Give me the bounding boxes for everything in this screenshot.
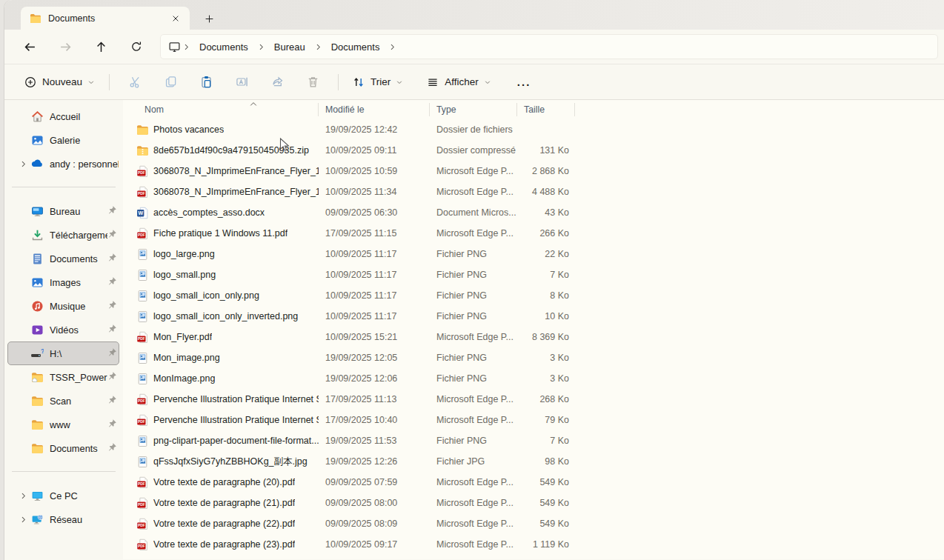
pin-icon xyxy=(107,299,117,313)
tab-documents[interactable]: Documents xyxy=(21,7,190,30)
table-row[interactable]: logo_small.png10/09/2025 11:17Fichier PN… xyxy=(123,264,944,285)
refresh-button[interactable] xyxy=(123,34,150,59)
sidebar-item-images[interactable]: Images xyxy=(7,270,119,294)
sidebar-item-andy-personnel[interactable]: andy : personnel xyxy=(7,152,119,176)
table-row[interactable]: PDFVotre texte de paragraphe (20).pdf09/… xyxy=(123,472,944,493)
cut-button[interactable] xyxy=(122,70,147,95)
column-header-modifi-le[interactable]: Modifié le xyxy=(319,103,430,116)
file-name: logo_small_icon_only_inverted.png xyxy=(153,311,298,321)
pin-icon xyxy=(107,394,117,407)
sidebar-item-vid-os[interactable]: Vidéos xyxy=(7,318,119,341)
copy-button[interactable] xyxy=(158,70,183,95)
table-row[interactable]: MonImage.png19/09/2025 12:06Fichier PNG3… xyxy=(123,368,944,389)
delete-button[interactable] xyxy=(300,70,325,95)
trier-button[interactable]: Trier xyxy=(346,70,410,95)
afficher-button[interactable]: Afficher xyxy=(420,70,498,95)
paste-button[interactable] xyxy=(193,70,219,95)
file-name: logo_small.png xyxy=(153,270,216,280)
column-header-type[interactable]: Type xyxy=(430,103,517,116)
breadcrumb-item[interactable]: Documents xyxy=(192,39,256,56)
table-row[interactable]: logo_large.png10/09/2025 11:17Fichier PN… xyxy=(123,244,944,264)
table-row[interactable]: PDF3068078_N_JImprimeEnFrance_Flyer_148x… xyxy=(123,161,944,181)
column-header-nom[interactable]: Nom xyxy=(123,103,319,116)
file-name-cell: qFssJqfxSiyG7yhZBBHOKg_副本.jpg xyxy=(123,456,319,468)
table-row[interactable]: PDFVotre texte de paragraphe (22).pdf09/… xyxy=(123,513,944,534)
file-name-cell: 8de657b1d4f90c9a479150450935.zip xyxy=(123,144,319,157)
breadcrumb-item[interactable]: Bureau xyxy=(267,39,313,56)
table-row[interactable]: logo_small_icon_only_inverted.png10/09/2… xyxy=(123,306,944,327)
column-headers: NomModifié leTypeTaille xyxy=(123,100,944,119)
file-type-pdf-icon: PDF xyxy=(136,497,149,510)
sidebar-item-label: Images xyxy=(50,277,107,288)
file-type-image-icon xyxy=(136,456,149,468)
table-row[interactable]: logo_small_icon_only.png10/09/2025 11:17… xyxy=(123,285,944,306)
file-modified: 17/09/2025 10:40 xyxy=(319,415,430,425)
table-row[interactable]: PDFFiche pratique 1 Windows 11.pdf17/09/… xyxy=(123,223,944,244)
new-tab-button[interactable] xyxy=(200,10,218,27)
sidebar-item-www[interactable]: www xyxy=(7,413,119,436)
table-row[interactable]: PDFMon_Flyer.pdf10/09/2025 15:21Microsof… xyxy=(123,327,944,347)
sidebar-item-label: www xyxy=(50,419,107,430)
expand-chevron-icon[interactable] xyxy=(16,492,30,500)
svg-text:?: ? xyxy=(41,347,44,355)
file-size: 22 Ko xyxy=(517,249,575,259)
pin-icon xyxy=(107,204,117,218)
table-row[interactable]: qFssJqfxSiyG7yhZBBHOKg_副本.jpg19/09/2025 … xyxy=(123,451,944,472)
sidebar-item-documents[interactable]: Documents xyxy=(7,436,119,460)
expand-chevron-icon[interactable] xyxy=(16,516,30,524)
sidebar-item-r-seau[interactable]: Réseau xyxy=(7,507,119,531)
table-row[interactable]: png-clipart-paper-document-file-format..… xyxy=(123,430,944,451)
forward-button[interactable] xyxy=(52,34,79,59)
sidebar-item-h[interactable]: ?H:\ xyxy=(7,341,119,365)
address-bar[interactable]: DocumentsBureauDocuments xyxy=(160,34,938,59)
file-name: 8de657b1d4f90c9a479150450935.zip xyxy=(153,145,309,156)
svg-text:PDF: PDF xyxy=(138,420,145,424)
sidebar-item-galerie[interactable]: Galerie xyxy=(7,128,119,152)
file-name-cell: PDF3068078_N_JImprimeEnFrance_Flyer_148x… xyxy=(123,165,319,178)
table-row[interactable]: PDFVotre texte de paragraphe (23).pdf10/… xyxy=(123,534,944,555)
breadcrumb-item[interactable]: Documents xyxy=(324,39,388,56)
file-name: Photos vacances xyxy=(153,124,224,135)
sidebar-item-t-l-chargement[interactable]: Téléchargement xyxy=(7,223,119,247)
table-row[interactable]: PDFPervenche Illustration Pratique Inter… xyxy=(123,410,944,430)
column-header-taille[interactable]: Taille xyxy=(517,103,575,116)
sidebar-item-label: Musique xyxy=(50,301,107,312)
table-row[interactable]: PDFPervenche Illustration Pratique Inter… xyxy=(123,389,944,410)
rename-button[interactable] xyxy=(229,70,254,95)
sidebar-item-musique[interactable]: Musique xyxy=(7,294,119,318)
table-row[interactable]: Photos vacances19/09/2025 12:42Dossier d… xyxy=(123,119,944,140)
sidebar-item-label: Bureau xyxy=(50,206,107,217)
expand-chevron-icon[interactable] xyxy=(16,160,30,168)
file-type-pdf-icon: PDF xyxy=(136,476,149,489)
table-row[interactable]: PDF3068078_N_JImprimeEnFrance_Flyer_148x… xyxy=(123,181,944,202)
file-name: 3068078_N_JImprimeEnFrance_Flyer_148x... xyxy=(153,187,319,197)
sidebar-item-ce-pc[interactable]: Ce PC xyxy=(7,484,119,507)
file-modified: 19/09/2025 12:06 xyxy=(319,373,430,384)
table-row[interactable]: Waccès_comptes_asso.docx09/09/2025 06:30… xyxy=(123,202,944,223)
table-row[interactable]: PDFVotre texte de paragraphe (21).pdf09/… xyxy=(123,493,944,513)
sidebar-item-documents[interactable]: Documents xyxy=(7,247,119,270)
file-type: Dossier de fichiers xyxy=(430,124,517,135)
file-modified: 17/09/2025 11:13 xyxy=(319,394,430,404)
file-type: Fichier PNG xyxy=(430,270,517,280)
sidebar-item-label: Documents xyxy=(50,443,107,454)
back-button[interactable] xyxy=(16,34,43,59)
file-name-cell: PDF3068078_N_JImprimeEnFrance_Flyer_148x… xyxy=(123,186,319,199)
share-button[interactable] xyxy=(265,70,290,95)
up-button[interactable] xyxy=(87,34,114,59)
folder-icon xyxy=(30,395,44,407)
file-name-cell: logo_small_icon_only.png xyxy=(123,290,319,302)
file-modified: 10/09/2025 11:17 xyxy=(319,249,430,259)
sidebar-item-scan[interactable]: Scan xyxy=(7,389,119,413)
table-row[interactable]: 8de657b1d4f90c9a479150450935.zip10/09/20… xyxy=(123,140,944,161)
sidebar-item-bureau[interactable]: Bureau xyxy=(7,199,119,223)
close-tab-icon[interactable] xyxy=(167,10,184,27)
table-row[interactable]: Mon_image.png19/09/2025 12:05Fichier PNG… xyxy=(123,347,944,368)
svg-text:PDF: PDF xyxy=(138,399,145,403)
nouveau-button[interactable]: Nouveau xyxy=(18,70,102,95)
more-options-button[interactable]: ... xyxy=(510,76,539,88)
sidebar-item-tssr-powershel[interactable]: TSSR_PowerShel xyxy=(7,365,119,389)
sidebar-item-accueil[interactable]: Accueil xyxy=(7,104,119,128)
sidebar-item-label: Téléchargement xyxy=(50,230,107,241)
file-modified: 19/09/2025 12:05 xyxy=(319,353,430,363)
